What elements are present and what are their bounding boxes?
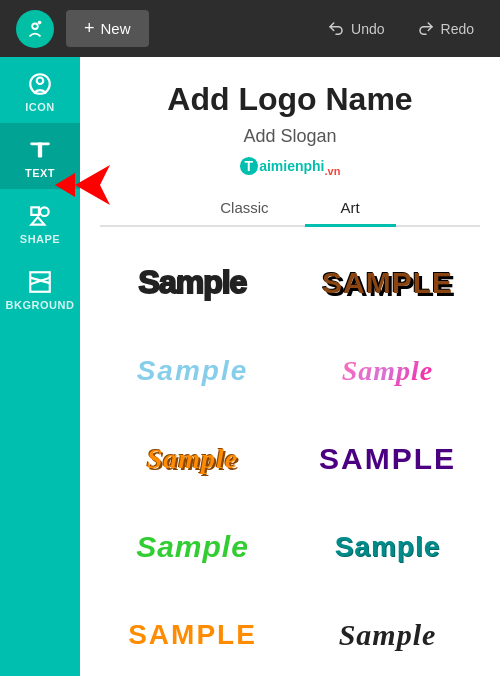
svg-rect-7 bbox=[38, 142, 42, 157]
undo-icon bbox=[327, 20, 345, 38]
sample-6[interactable]: SAMPLE bbox=[295, 423, 480, 495]
sidebar-icon-label: ICON bbox=[25, 101, 55, 113]
tabs-container: Classic Art bbox=[100, 191, 480, 227]
sample-text-1: Sample bbox=[139, 264, 247, 301]
sidebar-item-icon[interactable]: ICON bbox=[0, 57, 80, 123]
shape-icon bbox=[27, 203, 53, 229]
watermark: Taimienphi.vn bbox=[100, 157, 480, 177]
sample-text-7: Sample bbox=[136, 530, 249, 564]
sample-7[interactable]: Sample bbox=[100, 511, 285, 583]
svg-point-5 bbox=[37, 78, 44, 85]
content-area: Add Logo Name Add Slogan Taimienphi.vn C… bbox=[80, 57, 500, 676]
sidebar-text-label: TEXT bbox=[25, 167, 55, 179]
sample-text-9: SAMPLE bbox=[128, 619, 257, 651]
watermark-vn-text: .vn bbox=[325, 165, 341, 177]
tab-classic[interactable]: Classic bbox=[184, 191, 304, 227]
sample-4[interactable]: Sample bbox=[295, 335, 480, 407]
sample-10[interactable]: Sample bbox=[295, 599, 480, 671]
sample-8[interactable]: Sample bbox=[295, 511, 480, 583]
sidebar-background-label: BKGROUND bbox=[6, 299, 75, 311]
svg-rect-8 bbox=[31, 207, 39, 215]
samples-grid: Sample SAMPLE Sample Sample Sample SAMPL… bbox=[100, 247, 480, 671]
sample-5[interactable]: Sample bbox=[100, 423, 285, 495]
svg-point-2 bbox=[33, 24, 37, 28]
sidebar-item-shape[interactable]: SHAPE bbox=[0, 189, 80, 255]
sample-text-10: Sample bbox=[339, 618, 437, 652]
app-logo[interactable] bbox=[16, 10, 54, 48]
watermark-main-text: aimienphi bbox=[259, 158, 324, 174]
undo-label: Undo bbox=[351, 21, 384, 37]
background-icon bbox=[27, 269, 53, 295]
sidebar-shape-label: SHAPE bbox=[20, 233, 60, 245]
new-button[interactable]: + New bbox=[66, 10, 149, 47]
sample-2[interactable]: SAMPLE bbox=[295, 247, 480, 319]
sample-text-3: Sample bbox=[137, 355, 249, 387]
sidebar-item-background[interactable]: BKGROUND bbox=[0, 255, 80, 321]
sample-text-8: Sample bbox=[335, 531, 441, 563]
toolbar: + New Undo Redo bbox=[0, 0, 500, 57]
slogan-text: Add Slogan bbox=[100, 126, 480, 147]
sample-1[interactable]: Sample bbox=[100, 247, 285, 319]
sample-text-5: Sample bbox=[147, 443, 239, 475]
sample-text-4: Sample bbox=[342, 355, 434, 387]
sample-9[interactable]: SAMPLE bbox=[100, 599, 285, 671]
sample-3[interactable]: Sample bbox=[100, 335, 285, 407]
main-layout: ICON TEXT SHAPE BKGROUND bbox=[0, 57, 500, 676]
redo-icon bbox=[417, 20, 435, 38]
svg-point-9 bbox=[40, 207, 49, 216]
sidebar: ICON TEXT SHAPE BKGROUND bbox=[0, 57, 80, 676]
redo-label: Redo bbox=[441, 21, 474, 37]
watermark-text: Taimienphi.vn bbox=[240, 158, 341, 174]
sample-text-2: SAMPLE bbox=[322, 266, 453, 300]
tab-art[interactable]: Art bbox=[305, 191, 396, 227]
undo-button[interactable]: Undo bbox=[317, 14, 394, 44]
sample-text-6: SAMPLE bbox=[319, 442, 456, 476]
icon-icon bbox=[27, 71, 53, 97]
logo-name-title: Add Logo Name bbox=[100, 81, 480, 118]
watermark-t-letter: T bbox=[240, 157, 259, 175]
sidebar-item-text[interactable]: TEXT bbox=[0, 123, 80, 189]
plus-icon: + bbox=[84, 18, 95, 39]
new-label: New bbox=[101, 20, 131, 37]
svg-point-3 bbox=[38, 20, 42, 24]
redo-button[interactable]: Redo bbox=[407, 14, 484, 44]
text-icon bbox=[27, 137, 53, 163]
